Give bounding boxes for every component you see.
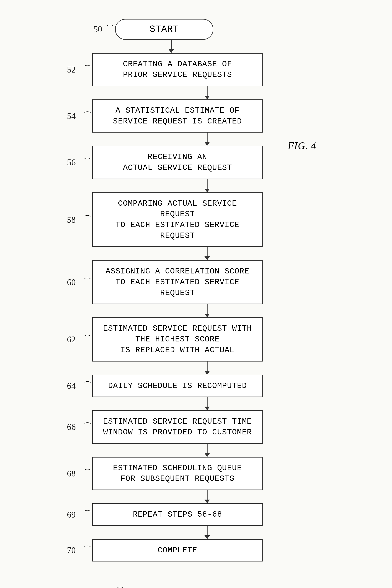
step-box-54: A STATISTICAL ESTIMATE OFSERVICE REQUEST… bbox=[92, 99, 262, 133]
flow-container: 50 50 ⌒ START 52 ⌒ CREATING A DATABASE O… bbox=[15, 19, 377, 561]
step-box-52: CREATING A DATABASE OFPRIOR SERVICE REQU… bbox=[92, 53, 262, 86]
step-label-58: 58 bbox=[53, 215, 80, 225]
flow-row-start: 50 50 ⌒ START bbox=[53, 19, 377, 40]
flow-row-56: 56 ⌒ RECEIVING ANACTUAL SERVICE REQUEST bbox=[53, 146, 377, 179]
arrow-3 bbox=[204, 189, 210, 192]
step-label-54: 54 bbox=[53, 111, 80, 121]
connector-9 bbox=[207, 490, 208, 500]
step-label-52: 52 bbox=[53, 65, 80, 75]
arrow-2 bbox=[204, 142, 210, 146]
connector-0 bbox=[171, 40, 172, 49]
step-label-50-vis: 50 bbox=[80, 24, 106, 34]
connector-7 bbox=[207, 397, 208, 407]
flowchart-section: FIG. 4 50 50 ⌒ START 52 ⌒ CREATING A DAT… bbox=[15, 11, 377, 561]
step-box-70: COMPLETE bbox=[92, 539, 262, 562]
step-box-69: REPEAT STEPS 58-68 bbox=[92, 503, 262, 526]
step-box-68: ESTIMATED SCHEDULING QUEUEFOR SUBSEQUENT… bbox=[92, 457, 262, 490]
step-label-62: 62 bbox=[53, 335, 80, 345]
arrow-4 bbox=[204, 256, 210, 260]
step-label-68: 68 bbox=[53, 468, 80, 479]
step-box-start: START bbox=[115, 19, 214, 40]
flow-row-70: 70 ⌒ COMPLETE bbox=[53, 539, 377, 562]
flow-row-66: 66 ⌒ ESTIMATED SERVICE REQUEST TIMEWINDO… bbox=[53, 410, 377, 444]
step-label-66: 66 bbox=[53, 422, 80, 432]
connector-5 bbox=[207, 304, 208, 314]
connector-8 bbox=[207, 444, 208, 453]
flow-row-58: 58 ⌒ COMPARING ACTUAL SERVICE REQUESTTO … bbox=[53, 192, 377, 247]
arrow-7 bbox=[204, 407, 210, 410]
step-box-66: ESTIMATED SERVICE REQUEST TIMEWINDOW IS … bbox=[92, 410, 262, 444]
flow-row-60: 60 ⌒ ASSIGNING A CORRELATION SCORETO EAC… bbox=[53, 260, 377, 304]
arrow-9 bbox=[204, 500, 210, 503]
step-label-56: 56 bbox=[53, 157, 80, 167]
step-label-64: 64 bbox=[53, 381, 80, 391]
step-box-56: RECEIVING ANACTUAL SERVICE REQUEST bbox=[92, 146, 262, 179]
connector-6 bbox=[207, 362, 208, 371]
step-label-60: 60 bbox=[53, 277, 80, 287]
connector-3 bbox=[207, 179, 208, 189]
flow-row-62: 62 ⌒ ESTIMATED SERVICE REQUEST WITHTHE H… bbox=[53, 317, 377, 361]
flow-row-69: 69 ⌒ REPEAT STEPS 58-68 bbox=[53, 503, 377, 526]
connector-10 bbox=[207, 526, 208, 535]
system-section: 100 ⌒ USER 110 ⌒ ↘ DATA INPUT 114 OUTPUT… bbox=[15, 584, 377, 588]
arrow-10 bbox=[204, 535, 210, 539]
page: FIG. 4 50 50 ⌒ START 52 ⌒ CREATING A DAT… bbox=[0, 0, 392, 588]
arrow-0 bbox=[168, 49, 174, 53]
flow-row-68: 68 ⌒ ESTIMATED SCHEDULING QUEUEFOR SUBSE… bbox=[53, 457, 377, 490]
step-box-58: COMPARING ACTUAL SERVICE REQUESTTO EACH … bbox=[92, 192, 262, 247]
flow-row-54: 54 ⌒ A STATISTICAL ESTIMATE OFSERVICE RE… bbox=[53, 99, 377, 133]
connector-2 bbox=[207, 133, 208, 142]
system-diagram: 100 ⌒ USER 110 ⌒ ↘ DATA INPUT 114 OUTPUT… bbox=[26, 584, 367, 588]
arrow-5 bbox=[204, 314, 210, 317]
step-box-64: DAILY SCHEDULE IS RECOMPUTED bbox=[92, 375, 262, 397]
step-label-69: 69 bbox=[53, 510, 80, 520]
arrow-8 bbox=[204, 453, 210, 457]
arrow-1 bbox=[204, 96, 210, 99]
connector-4 bbox=[207, 247, 208, 256]
flow-row-64: 64 ⌒ DAILY SCHEDULE IS RECOMPUTED bbox=[53, 375, 377, 397]
step-box-62: ESTIMATED SERVICE REQUEST WITHTHE HIGHES… bbox=[92, 317, 262, 361]
flow-row-52: 52 ⌒ CREATING A DATABASE OFPRIOR SERVICE… bbox=[53, 53, 377, 86]
step-label-70: 70 bbox=[53, 545, 80, 555]
arrow-6 bbox=[204, 371, 210, 375]
connector-1 bbox=[207, 86, 208, 96]
step-box-60: ASSIGNING A CORRELATION SCORETO EACH EST… bbox=[92, 260, 262, 304]
